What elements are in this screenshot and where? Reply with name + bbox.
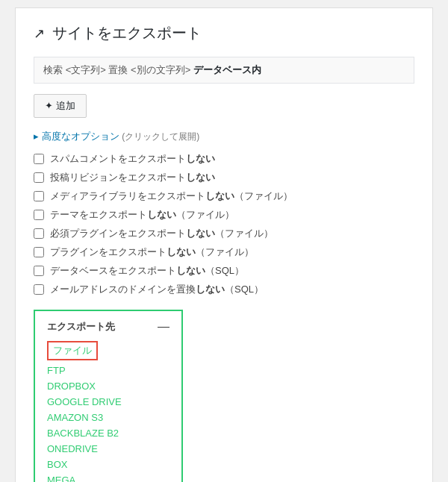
checkbox-required-plugin-input[interactable] [34,228,44,239]
replace-tag-val: <別の文字列> [131,64,190,75]
destination-item-ftp[interactable]: FTP [47,363,169,378]
checkbox-spam-label: スパムコメントをエクスポートしない [50,152,215,166]
checkbox-required-plugin-label: 必須プラグインをエクスポートしない（ファイル） [50,227,273,240]
replace-label: 置換 [108,64,128,75]
checkbox-list: スパムコメントをエクスポートしない 投稿リビジョンをエクスポートしない メディア… [34,152,414,296]
checkbox-revision-input[interactable] [34,172,44,183]
checkbox-db: データベースをエクスポートしない（SQL） [34,264,414,278]
checkbox-media-label: メディアライブラリをエクスポートしない（ファイル） [50,190,293,203]
search-label: 検索 [43,64,63,75]
checkbox-media-input[interactable] [34,191,44,201]
export-destination-header: エクスポート先 — [47,320,169,334]
checkbox-revision-label: 投稿リビジョンをエクスポートしない [50,171,215,184]
checkbox-required-plugin: 必須プラグインをエクスポートしない（ファイル） [34,227,414,240]
checkbox-media: メディアライブラリをエクスポートしない（ファイル） [34,190,414,203]
checkbox-spam: スパムコメントをエクスポートしない [34,152,414,166]
checkbox-db-input[interactable] [34,266,44,276]
checkbox-db-label: データベースをエクスポートしない（SQL） [50,264,244,278]
export-destination-title: エクスポート先 [47,320,115,334]
destination-item-gdrive[interactable]: GOOGLE DRIVE [47,394,169,410]
checkbox-theme: テーマをエクスポートしない（ファイル） [34,208,414,222]
export-icon: ↗ [34,25,45,42]
search-tag-val: <文字列> [66,64,106,75]
checkbox-plugin-label: プラグインをエクスポートしない（ファイル） [50,245,254,259]
advanced-options-label: 高度なオプション [42,131,119,142]
page-title-text: サイトをエクスポート [52,23,202,43]
destination-item-file[interactable]: ファイル [47,341,98,360]
checkbox-email-input[interactable] [34,284,44,295]
destination-item-onedrive[interactable]: ONEDRIVE [47,441,169,457]
checkbox-email: メールアドレスのドメインを置換しない（SQL） [34,283,414,296]
destination-item-s3[interactable]: AMAZON S3 [47,410,169,425]
destination-list: ファイル FTP DROPBOX GOOGLE DRIVE AMAZON S3 … [47,341,169,482]
checkbox-plugin: プラグインをエクスポートしない（ファイル） [34,245,414,259]
destination-item-backblaze[interactable]: BACKBLAZE B2 [47,425,169,441]
page-title: ↗ サイトをエクスポート [34,23,414,43]
destination-item-box[interactable]: BOX [47,457,169,472]
checkbox-plugin-input[interactable] [34,247,44,257]
checkbox-spam-input[interactable] [34,154,44,164]
search-bar: 検索 <文字列> 置換 <別の文字列> データベース内 [34,57,414,84]
destination-item-mega[interactable]: MEGA [47,472,169,482]
checkbox-theme-label: テーマをエクスポートしない（ファイル） [50,208,234,222]
page-wrapper: ↗ サイトをエクスポート 検索 <文字列> 置換 <別の文字列> データベース内… [15,7,433,482]
in-label: データベース内 [193,64,261,75]
checkbox-email-label: メールアドレスのドメインを置換しない（SQL） [50,283,264,296]
checkbox-theme-input[interactable] [34,210,44,220]
advanced-options-note: (クリックして展開) [122,131,199,142]
add-button[interactable]: ✦ 追加 [34,94,87,118]
advanced-options-toggle[interactable]: 高度なオプション (クリックして展開) [34,130,414,143]
export-destination-box: エクスポート先 — ファイル FTP DROPBOX GOOGLE DRIVE … [34,310,183,482]
checkbox-revision: 投稿リビジョンをエクスポートしない [34,171,414,184]
destination-item-dropbox[interactable]: DROPBOX [47,378,169,394]
export-destination-minus[interactable]: — [158,320,169,334]
